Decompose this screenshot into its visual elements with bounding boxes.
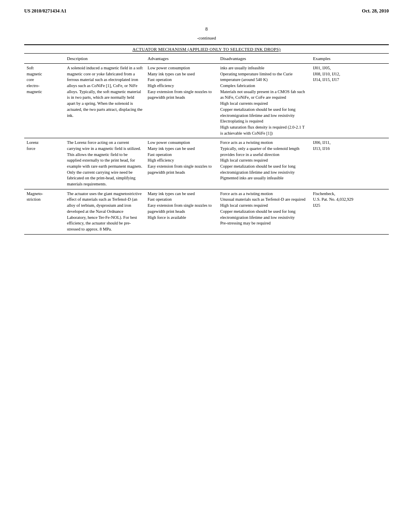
row-description-1: The Lorenz force acting on a current car…	[65, 138, 145, 189]
patent-number: US 2010/0271434 A1	[24, 8, 67, 14]
table-row: Softmagneticcoreelectro-magnetic A solen…	[24, 64, 389, 138]
row-examples-2: Fischenbeck,U.S. Pat. No. 4,032,929IJ25	[311, 189, 383, 234]
row-advantages-0: Low power consumptionMany ink types can …	[145, 64, 218, 138]
row-examples-0: IJ01, IJ05,IJ08, IJ10, IJ12,IJ14, IJ15, …	[311, 64, 383, 138]
col-header-disadvantages: Disadvantages	[218, 55, 311, 62]
row-disadvantages-2: Force acts as a twisting motionUnusual m…	[218, 189, 311, 234]
page-number: 8	[24, 26, 389, 32]
table-title: ACTUATOR MECHANISM (APPLIED ONLY TO SELE…	[24, 45, 389, 54]
row-examples-1: IJ06, IJ11,IJ13, IJ16	[311, 138, 383, 189]
row-advantages-1: Low power consumptionMany ink types can …	[145, 138, 218, 189]
row-description-0: A solenoid induced a magnetic field in a…	[65, 64, 145, 138]
row-disadvantages-1: Force acts as a twisting motionTypically…	[218, 138, 311, 189]
col-header-0	[24, 55, 65, 62]
row-label-0: Softmagneticcoreelectro-magnetic	[24, 64, 65, 138]
col-header-examples: Examples	[311, 55, 383, 62]
actuator-table: ACTUATOR MECHANISM (APPLIED ONLY TO SELE…	[24, 44, 389, 235]
row-advantages-2: Many ink types can be usedFast operation…	[145, 189, 218, 234]
row-label-1: Lorenzforce	[24, 138, 65, 189]
continued-label: -continued	[24, 35, 389, 40]
row-label-2: Magneto-striction	[24, 189, 65, 234]
table-row: Magneto-striction The actuator uses the …	[24, 189, 389, 234]
publication-date: Oct. 28, 2010	[362, 8, 389, 14]
col-header-advantages: Advantages	[145, 55, 218, 62]
col-header-description: Description	[65, 55, 145, 62]
column-headers: Description Advantages Disadvantages Exa…	[24, 54, 389, 64]
table-row: Lorenzforce The Lorenz force acting on a…	[24, 138, 389, 189]
row-description-2: The actuator uses the giant magnetostric…	[65, 189, 145, 234]
row-disadvantages-0: inks are usually infeasibleOperating tem…	[218, 64, 311, 138]
